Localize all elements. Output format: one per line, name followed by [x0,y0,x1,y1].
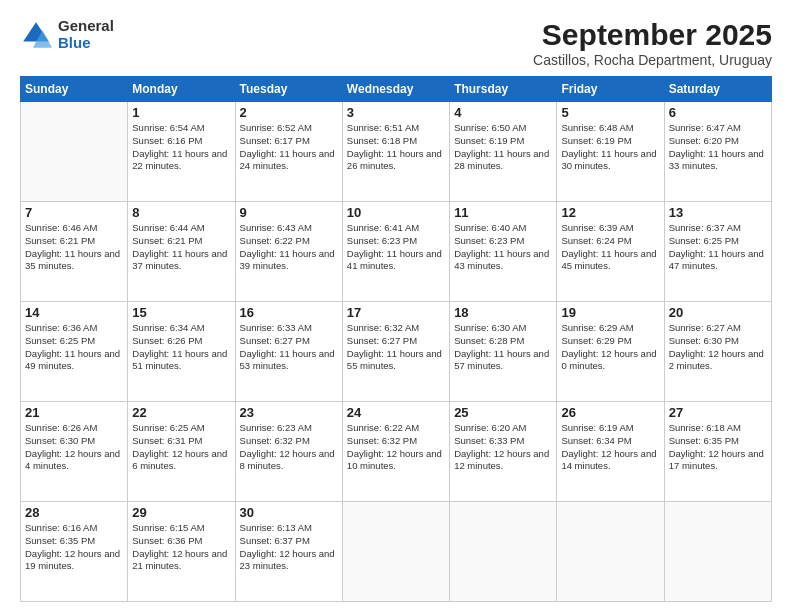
calendar-cell [342,502,449,602]
calendar-table: SundayMondayTuesdayWednesdayThursdayFrid… [20,76,772,602]
calendar-cell: 21Sunrise: 6:26 AM Sunset: 6:30 PM Dayli… [21,402,128,502]
calendar-cell: 2Sunrise: 6:52 AM Sunset: 6:17 PM Daylig… [235,102,342,202]
day-info: Sunrise: 6:41 AM Sunset: 6:23 PM Dayligh… [347,222,445,273]
day-number: 11 [454,205,552,220]
day-info: Sunrise: 6:48 AM Sunset: 6:19 PM Dayligh… [561,122,659,173]
day-info: Sunrise: 6:15 AM Sunset: 6:36 PM Dayligh… [132,522,230,573]
calendar-week-row: 1Sunrise: 6:54 AM Sunset: 6:16 PM Daylig… [21,102,772,202]
day-info: Sunrise: 6:18 AM Sunset: 6:35 PM Dayligh… [669,422,767,473]
day-info: Sunrise: 6:44 AM Sunset: 6:21 PM Dayligh… [132,222,230,273]
day-number: 3 [347,105,445,120]
day-info: Sunrise: 6:40 AM Sunset: 6:23 PM Dayligh… [454,222,552,273]
calendar-cell: 28Sunrise: 6:16 AM Sunset: 6:35 PM Dayli… [21,502,128,602]
day-info: Sunrise: 6:52 AM Sunset: 6:17 PM Dayligh… [240,122,338,173]
weekday-header-cell: Tuesday [235,77,342,102]
calendar-cell: 24Sunrise: 6:22 AM Sunset: 6:32 PM Dayli… [342,402,449,502]
calendar-cell: 27Sunrise: 6:18 AM Sunset: 6:35 PM Dayli… [664,402,771,502]
day-number: 20 [669,305,767,320]
calendar-week-row: 28Sunrise: 6:16 AM Sunset: 6:35 PM Dayli… [21,502,772,602]
calendar-cell [664,502,771,602]
calendar-cell: 6Sunrise: 6:47 AM Sunset: 6:20 PM Daylig… [664,102,771,202]
day-number: 28 [25,505,123,520]
calendar-cell: 15Sunrise: 6:34 AM Sunset: 6:26 PM Dayli… [128,302,235,402]
calendar-cell: 25Sunrise: 6:20 AM Sunset: 6:33 PM Dayli… [450,402,557,502]
day-number: 4 [454,105,552,120]
logo-text: General Blue [58,18,114,51]
weekday-header-row: SundayMondayTuesdayWednesdayThursdayFrid… [21,77,772,102]
day-number: 26 [561,405,659,420]
calendar-cell: 1Sunrise: 6:54 AM Sunset: 6:16 PM Daylig… [128,102,235,202]
calendar-cell: 14Sunrise: 6:36 AM Sunset: 6:25 PM Dayli… [21,302,128,402]
calendar-cell [21,102,128,202]
weekday-header-cell: Monday [128,77,235,102]
calendar-week-row: 7Sunrise: 6:46 AM Sunset: 6:21 PM Daylig… [21,202,772,302]
day-number: 22 [132,405,230,420]
calendar-cell: 18Sunrise: 6:30 AM Sunset: 6:28 PM Dayli… [450,302,557,402]
day-number: 16 [240,305,338,320]
calendar-cell [450,502,557,602]
day-info: Sunrise: 6:19 AM Sunset: 6:34 PM Dayligh… [561,422,659,473]
day-number: 14 [25,305,123,320]
day-number: 19 [561,305,659,320]
header: General Blue September 2025 Castillos, R… [20,18,772,68]
day-number: 27 [669,405,767,420]
day-number: 12 [561,205,659,220]
calendar-cell: 20Sunrise: 6:27 AM Sunset: 6:30 PM Dayli… [664,302,771,402]
logo-general: General [58,18,114,35]
calendar-cell: 4Sunrise: 6:50 AM Sunset: 6:19 PM Daylig… [450,102,557,202]
weekday-header-cell: Thursday [450,77,557,102]
day-info: Sunrise: 6:50 AM Sunset: 6:19 PM Dayligh… [454,122,552,173]
day-number: 10 [347,205,445,220]
day-number: 18 [454,305,552,320]
calendar-cell: 23Sunrise: 6:23 AM Sunset: 6:32 PM Dayli… [235,402,342,502]
calendar-cell: 13Sunrise: 6:37 AM Sunset: 6:25 PM Dayli… [664,202,771,302]
day-info: Sunrise: 6:54 AM Sunset: 6:16 PM Dayligh… [132,122,230,173]
page: General Blue September 2025 Castillos, R… [0,0,792,612]
day-number: 24 [347,405,445,420]
day-info: Sunrise: 6:30 AM Sunset: 6:28 PM Dayligh… [454,322,552,373]
month-title: September 2025 [533,18,772,52]
day-info: Sunrise: 6:20 AM Sunset: 6:33 PM Dayligh… [454,422,552,473]
day-info: Sunrise: 6:39 AM Sunset: 6:24 PM Dayligh… [561,222,659,273]
calendar-week-row: 14Sunrise: 6:36 AM Sunset: 6:25 PM Dayli… [21,302,772,402]
weekday-header-cell: Wednesday [342,77,449,102]
title-block: September 2025 Castillos, Rocha Departme… [533,18,772,68]
logo-blue: Blue [58,35,114,52]
day-number: 13 [669,205,767,220]
day-number: 23 [240,405,338,420]
day-number: 25 [454,405,552,420]
logo-icon [20,19,52,51]
logo: General Blue [20,18,114,51]
day-info: Sunrise: 6:23 AM Sunset: 6:32 PM Dayligh… [240,422,338,473]
day-info: Sunrise: 6:47 AM Sunset: 6:20 PM Dayligh… [669,122,767,173]
day-info: Sunrise: 6:33 AM Sunset: 6:27 PM Dayligh… [240,322,338,373]
calendar-cell: 10Sunrise: 6:41 AM Sunset: 6:23 PM Dayli… [342,202,449,302]
day-number: 29 [132,505,230,520]
day-number: 5 [561,105,659,120]
day-number: 1 [132,105,230,120]
day-info: Sunrise: 6:16 AM Sunset: 6:35 PM Dayligh… [25,522,123,573]
calendar-cell: 19Sunrise: 6:29 AM Sunset: 6:29 PM Dayli… [557,302,664,402]
calendar-cell: 8Sunrise: 6:44 AM Sunset: 6:21 PM Daylig… [128,202,235,302]
day-number: 7 [25,205,123,220]
calendar-cell: 29Sunrise: 6:15 AM Sunset: 6:36 PM Dayli… [128,502,235,602]
day-number: 30 [240,505,338,520]
day-number: 8 [132,205,230,220]
day-info: Sunrise: 6:51 AM Sunset: 6:18 PM Dayligh… [347,122,445,173]
day-info: Sunrise: 6:36 AM Sunset: 6:25 PM Dayligh… [25,322,123,373]
calendar-cell [557,502,664,602]
calendar-cell: 26Sunrise: 6:19 AM Sunset: 6:34 PM Dayli… [557,402,664,502]
day-info: Sunrise: 6:29 AM Sunset: 6:29 PM Dayligh… [561,322,659,373]
calendar-cell: 12Sunrise: 6:39 AM Sunset: 6:24 PM Dayli… [557,202,664,302]
day-number: 2 [240,105,338,120]
weekday-header-cell: Saturday [664,77,771,102]
calendar-cell: 30Sunrise: 6:13 AM Sunset: 6:37 PM Dayli… [235,502,342,602]
day-info: Sunrise: 6:27 AM Sunset: 6:30 PM Dayligh… [669,322,767,373]
calendar-body: 1Sunrise: 6:54 AM Sunset: 6:16 PM Daylig… [21,102,772,602]
day-info: Sunrise: 6:43 AM Sunset: 6:22 PM Dayligh… [240,222,338,273]
location: Castillos, Rocha Department, Uruguay [533,52,772,68]
day-info: Sunrise: 6:25 AM Sunset: 6:31 PM Dayligh… [132,422,230,473]
day-number: 6 [669,105,767,120]
calendar-cell: 3Sunrise: 6:51 AM Sunset: 6:18 PM Daylig… [342,102,449,202]
calendar-cell: 16Sunrise: 6:33 AM Sunset: 6:27 PM Dayli… [235,302,342,402]
